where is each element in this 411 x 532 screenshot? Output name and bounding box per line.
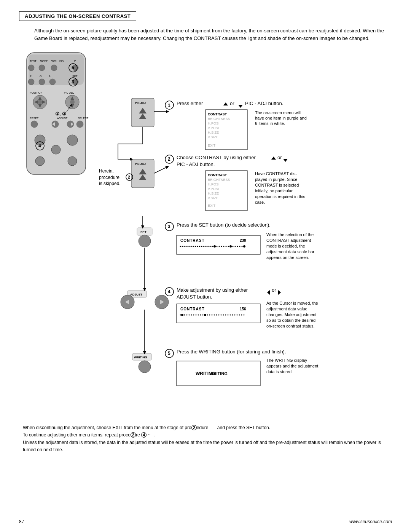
- svg-marker-62: [223, 102, 228, 105]
- svg-point-192: [232, 315, 233, 316]
- svg-point-133: [212, 246, 213, 247]
- svg-text:EXIT: EXIT: [208, 204, 216, 208]
- svg-point-196: [241, 315, 242, 316]
- svg-text:adjustment data scale bar: adjustment data scale bar: [266, 249, 314, 254]
- svg-point-41: [67, 135, 78, 145]
- writing-button: WRITING: [132, 353, 151, 373]
- step-1-group: 1 Press either or PIC - ADJ button. CONT…: [165, 101, 307, 150]
- svg-point-141: [229, 245, 232, 248]
- svg-point-128: [203, 246, 204, 247]
- svg-text:BRIGHTNESS: BRIGHTNESS: [208, 178, 230, 182]
- svg-text:procedure: procedure: [99, 175, 119, 180]
- svg-text:is skipped.: is skipped.: [99, 181, 121, 186]
- svg-text:mode is decided, the: mode is decided, the: [266, 244, 305, 248]
- step-3-group: 3 Press the SET button (to decide select…: [165, 222, 314, 260]
- svg-point-183: [212, 315, 213, 316]
- svg-text:When the selection of the: When the selection of the: [266, 232, 314, 237]
- svg-point-189: [225, 315, 226, 316]
- svg-point-176: [196, 315, 197, 316]
- svg-text:or: or: [230, 101, 234, 106]
- svg-text:CONTRAST: CONTRAST: [208, 112, 227, 116]
- svg-point-197: [244, 315, 245, 316]
- svg-point-139: [226, 246, 227, 247]
- svg-text:PIC-ADJ: PIC-ADJ: [135, 163, 146, 165]
- svg-point-116: [180, 246, 181, 247]
- svg-point-173: [189, 315, 190, 316]
- svg-text:or: or: [272, 287, 276, 293]
- footer-note-1: When discontinuing the adjustment, choos…: [23, 424, 388, 431]
- svg-point-187: [221, 315, 222, 316]
- svg-text:156: 156: [240, 307, 246, 311]
- svg-point-30: [70, 100, 75, 104]
- svg-point-170: [181, 314, 183, 316]
- svg-text:CONTRAST: CONTRAST: [180, 238, 205, 243]
- svg-point-177: [198, 315, 199, 316]
- svg-point-185: [216, 315, 217, 316]
- step-4-group: 4 Make adjustment by using either or ADJ…: [165, 287, 318, 328]
- page-footer: 87 www.seuservice.com: [0, 519, 411, 524]
- svg-point-178: [200, 315, 201, 316]
- svg-point-129: [205, 246, 206, 247]
- svg-point-118: [184, 246, 185, 247]
- svg-text:1: 1: [168, 103, 170, 108]
- svg-text:4: 4: [38, 143, 41, 149]
- svg-text:2: 2: [128, 175, 130, 179]
- svg-text:Make adjustment by using eithe: Make adjustment by using either: [177, 287, 248, 293]
- svg-text:case.: case.: [255, 200, 265, 204]
- svg-text:SET: SET: [72, 75, 78, 78]
- svg-text:Have CONTRAST dis-: Have CONTRAST dis-: [255, 171, 297, 176]
- svg-text:CONTRAST: CONTRAST: [208, 173, 227, 177]
- svg-point-124: [195, 246, 196, 247]
- svg-point-120: [188, 246, 189, 247]
- svg-text:so as to obtain the desired: so as to obtain the desired: [266, 318, 315, 323]
- svg-text:Choose CONTRAST by using eithe: Choose CONTRAST by using either: [177, 155, 256, 160]
- svg-point-144: [237, 246, 238, 247]
- pic-adj-button-1: PIC-ADJ: [131, 98, 154, 127]
- svg-text:data is stored.: data is stored.: [266, 369, 293, 374]
- svg-point-145: [239, 246, 241, 247]
- svg-point-138: [223, 246, 225, 247]
- svg-text:WRITING: WRITING: [134, 356, 147, 359]
- svg-point-174: [191, 315, 192, 316]
- svg-point-184: [214, 315, 215, 316]
- diagram-area: TEST MODE WRI ING P R G B SET: [19, 49, 392, 454]
- svg-marker-164: [278, 290, 281, 295]
- svg-text:CONTRAST is selected: CONTRAST is selected: [255, 183, 299, 187]
- section-title: ADJUSTING THE ON-SCREEN CONTRAST: [19, 11, 136, 21]
- svg-text:PIC - ADJ button.: PIC - ADJ button.: [177, 161, 215, 167]
- svg-point-119: [186, 246, 187, 247]
- svg-text:H.POSI: H.POSI: [208, 182, 220, 186]
- svg-point-109: [139, 235, 151, 247]
- svg-point-181: [207, 315, 208, 316]
- svg-text:TEST: TEST: [30, 60, 37, 62]
- svg-point-195: [239, 315, 240, 316]
- svg-text:Press either: Press either: [177, 101, 203, 106]
- svg-text:5: 5: [72, 65, 74, 70]
- svg-point-122: [191, 246, 193, 247]
- svg-point-180: [204, 314, 206, 316]
- svg-point-188: [223, 315, 224, 316]
- svg-text:V.SIZE: V.SIZE: [208, 135, 218, 139]
- svg-text:As the Cursor is moved, the: As the Cursor is moved, the: [266, 301, 318, 305]
- svg-text:R: R: [30, 75, 32, 78]
- svg-point-193: [234, 315, 236, 316]
- svg-point-130: [207, 246, 208, 247]
- svg-text:2: 2: [168, 157, 170, 162]
- svg-text:played in purple. Since: played in purple. Since: [255, 177, 297, 182]
- svg-point-43: [35, 157, 45, 166]
- svg-point-9: [51, 65, 57, 71]
- svg-text:SET: SET: [140, 230, 147, 234]
- svg-point-117: [182, 246, 183, 247]
- main-diagram: TEST MODE WRI ING P R G B SET: [19, 49, 384, 452]
- step-5-group: 5 Press the WRITING button (for storing …: [165, 349, 318, 386]
- svg-marker-89: [271, 157, 276, 160]
- svg-point-205: [139, 361, 151, 373]
- svg-point-134: [213, 245, 216, 248]
- svg-text:B: B: [49, 75, 51, 78]
- svg-point-26: [38, 100, 42, 104]
- svg-text:H.POSI: H.POSI: [208, 121, 220, 125]
- svg-point-121: [190, 246, 191, 247]
- svg-text:P: P: [74, 60, 76, 62]
- svg-point-142: [233, 246, 234, 247]
- svg-text:ADJUST button.: ADJUST button.: [177, 294, 212, 300]
